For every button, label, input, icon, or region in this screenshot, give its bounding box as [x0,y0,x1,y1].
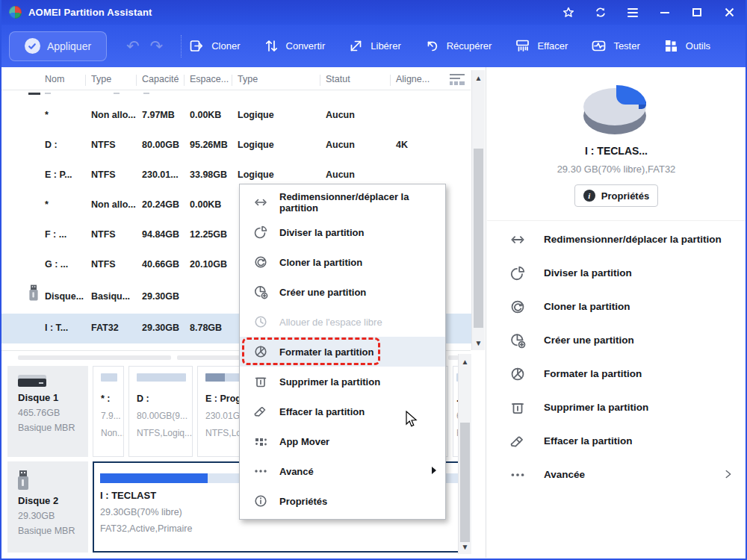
menu-avance[interactable]: Avancé [240,456,445,486]
eraser-icon [509,433,526,449]
ellipsis-icon [253,464,268,479]
scroll-thumb[interactable] [474,149,483,328]
apply-button[interactable]: Appliquer [9,31,107,61]
info-icon: i [583,190,595,202]
usb-drive-icon [18,470,28,490]
context-menu: Redimensionner/déplacer la partition Div… [239,184,446,520]
scroll-up-icon[interactable]: ▲︎ [472,72,485,84]
ellipsis-icon [509,467,526,483]
app-logo-icon [9,6,22,19]
disk-panel-scrollbar[interactable]: ▲︎ ▼︎ [458,354,471,554]
create-partition-icon [253,284,268,299]
sidebar-divider [487,220,746,221]
partition-table-area: Nom Type Capacité Espace... Type Statut … [1,67,486,558]
convert-icon [264,38,279,54]
table-row[interactable]: *Non allo... 7.97MB0.00KB LogiqueAucun [1,101,472,131]
app-title: AOMEI Partition Assistant [28,7,152,18]
toolbar-effacer[interactable]: Effacer [515,38,568,54]
toolbar: Appliquer ↶ ↷ Cloner Convertir Libérer R… [0,25,747,67]
submenu-arrow-icon [432,467,436,474]
table-row[interactable]: D :NTFS 80.00GB95.26MB LogiqueAucun 4K [1,131,472,161]
disk1-info[interactable]: Disque 1 465.76GB Basique MBR [7,366,88,457]
title-bar: AOMEI Partition Assistant [0,0,747,25]
action-create-partition[interactable]: Créer une partition [487,323,746,357]
action-resize-move[interactable]: Redimensionner/déplacer la partition [487,223,746,256]
action-delete-partition[interactable]: Supprimer la partition [487,391,746,424]
close-button[interactable] [723,7,735,19]
menu-create-partition[interactable]: Créer une partition [240,277,445,307]
toolbar-convertir[interactable]: Convertir [264,38,326,54]
favorite-star-icon[interactable] [562,7,574,19]
table-scrollbar[interactable]: ▲︎ ▼︎ [471,70,485,350]
scroll-thumb[interactable] [460,423,470,542]
menu-split-partition[interactable]: Diviser la partition [240,217,445,247]
volume-detail: 29.30 GB(70% libre),FAT32 [487,164,746,175]
menu-proprietes[interactable]: Propriétés [240,486,445,516]
clock-icon [253,314,268,329]
col-capacite[interactable]: Capacité [142,74,179,84]
col-type-fs[interactable]: Type [91,74,111,84]
col-espace[interactable]: Espace... [190,74,229,84]
col-nom[interactable]: Nom [45,74,64,84]
menu-delete-partition[interactable]: Supprimer la partition [240,367,445,396]
col-statut[interactable]: Statut [326,74,350,84]
split-pie-icon [509,265,526,281]
partition-block[interactable]: * : 7.9... Non... [93,366,124,457]
resize-arrows-icon [253,195,268,210]
tools-grid-icon [663,38,679,54]
column-settings-icon[interactable] [450,74,465,86]
table-header: Nom Type Capacité Espace... Type Statut … [1,70,471,90]
app-mover-icon [253,434,268,449]
menu-icon[interactable] [627,7,639,19]
format-partition-icon [509,366,526,382]
maximize-button[interactable] [691,7,703,19]
split-pie-icon [253,225,268,240]
volume-pie-chart [580,87,652,134]
format-partition-icon [253,344,268,359]
trash-icon [509,399,526,416]
toolbar-cloner[interactable]: Cloner [189,38,240,54]
scroll-down-icon[interactable]: ▼︎ [459,541,471,553]
minimize-button[interactable] [659,7,671,19]
free-space-icon [348,38,364,54]
action-avancee[interactable]: Avancée [487,458,746,491]
partition-block[interactable]: D : 80.00GB(9... NTFS,Logiq... [128,366,193,457]
aomei-partition-assistant-window: AOMEI Partition Assistant Appliquer ↶ ↷ [0,0,747,560]
undo-button[interactable]: ↶ [126,38,140,54]
properties-button[interactable]: i Propriétés [574,184,658,207]
action-wipe-partition[interactable]: Effacer la partition [487,424,746,458]
volume-name: I : TECLAS... [487,145,746,157]
chevron-right-icon [722,467,735,481]
disk2-info[interactable]: Disque 2 29.30GB Basique MBR [7,461,88,553]
menu-resize-move[interactable]: Redimensionner/déplacer la partition [240,187,445,217]
menu-format-partition[interactable]: Formater la partition [240,337,445,367]
clipped-scrolled-row [1,90,471,98]
test-icon [591,38,607,54]
eraser-icon [253,404,268,419]
wipe-icon [515,38,530,54]
scroll-up-icon[interactable]: ▲︎ [459,355,471,367]
hdd-icon [18,375,46,387]
toolbar-recuperer[interactable]: Récupérer [424,38,492,54]
menu-clone-partition[interactable]: Cloner la partition [240,247,445,277]
action-clone-partition[interactable]: Cloner la partition [487,290,746,323]
redo-button[interactable]: ↷ [150,38,164,54]
toolbar-liberer[interactable]: Libérer [348,38,400,54]
check-icon [25,38,40,54]
action-format-partition[interactable]: Formater la partition [487,357,746,391]
col-aligne[interactable]: Aligne... [396,74,430,84]
toolbar-tester[interactable]: Tester [591,38,639,54]
col-type[interactable]: Type [238,74,258,84]
trash-icon [253,374,268,389]
clone-disk-icon [189,38,205,54]
menu-allocate-free-space: Allouer de l'espace libre [240,307,445,337]
resize-arrows-icon [509,231,526,248]
apply-label: Appliquer [47,40,91,52]
usb-drive-icon [29,285,37,301]
refresh-icon[interactable] [595,7,607,19]
clone-pie-icon [253,255,268,270]
toolbar-outils[interactable]: Outils [663,38,710,54]
info-icon [253,494,268,508]
action-split-partition[interactable]: Diviser la partition [487,256,746,290]
scroll-down-icon[interactable]: ▼︎ [472,337,485,349]
